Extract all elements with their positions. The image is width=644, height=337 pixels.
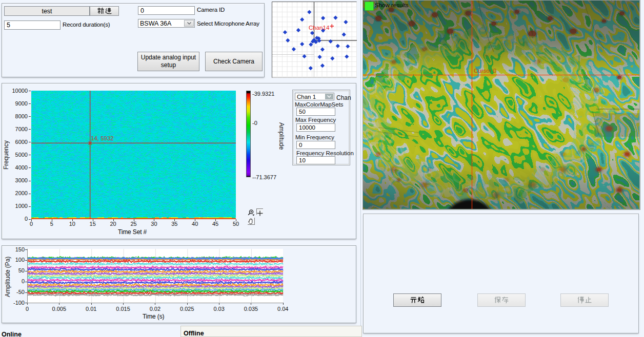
svg-text:Chan14: Chan14 (309, 25, 330, 31)
svg-text:Show results: Show results (375, 2, 409, 8)
svg-text:Cursor 0: Cursor 0 (474, 68, 496, 74)
svg-text:14, 5932: 14, 5932 (91, 135, 114, 141)
